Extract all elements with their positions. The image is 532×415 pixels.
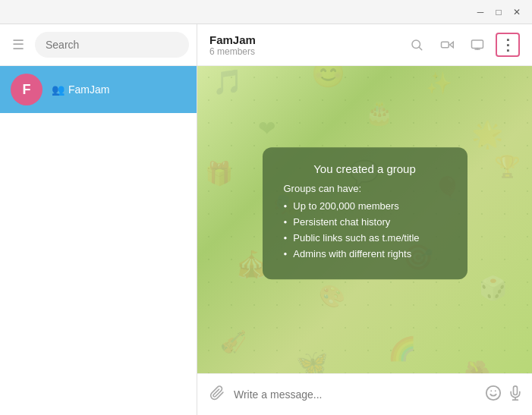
emoji-icon[interactable]	[485, 385, 502, 405]
group-icon: 👥	[52, 83, 65, 96]
chat-header-icons: ⋮	[405, 33, 520, 57]
chat-header-info: FamJam 6 members	[209, 33, 256, 57]
svg-text:🌈: 🌈	[388, 335, 417, 363]
list-item: Persistent chat history	[284, 216, 446, 228]
chat-name-label: FamJam	[68, 83, 109, 96]
sidebar-header: ☰	[0, 24, 197, 66]
group-created-title: You created a group	[284, 162, 446, 175]
svg-marker-3	[450, 42, 454, 48]
groups-can-have-label: Groups can have:	[284, 183, 446, 194]
svg-point-26	[486, 385, 500, 399]
attach-icon[interactable]	[206, 382, 228, 407]
svg-text:🎲: 🎲	[479, 275, 508, 302]
group-features-list: Up to 200,000 members Persistent chat hi…	[284, 200, 446, 259]
svg-text:✨: ✨	[426, 70, 453, 96]
search-input[interactable]	[35, 32, 189, 58]
message-input[interactable]	[234, 388, 479, 401]
svg-text:🏆: 🏆	[494, 153, 521, 179]
svg-text:🎂: 🎂	[365, 99, 394, 127]
svg-text:🌟: 🌟	[471, 119, 504, 150]
list-item: Up to 200,000 members	[284, 200, 446, 212]
svg-text:🎵: 🎵	[212, 68, 244, 96]
chat-panel: FamJam 6 members	[197, 24, 532, 415]
svg-text:❤: ❤	[258, 117, 275, 140]
chat-header: FamJam 6 members	[197, 24, 532, 66]
close-button[interactable]: ✕	[508, 3, 526, 21]
svg-text:😊: 😊	[311, 66, 346, 90]
svg-text:🎻: 🎻	[220, 329, 247, 354]
list-item: Public links such as t.me/title	[284, 232, 446, 244]
chat-item-info: 👥 FamJam	[52, 83, 109, 96]
app-container: ☰ F 👥 FamJam FamJam 6 members	[0, 24, 532, 415]
svg-text:🌺: 🌺	[464, 359, 491, 373]
search-icon[interactable]	[405, 33, 429, 57]
svg-line-1	[419, 47, 421, 49]
svg-rect-2	[442, 42, 449, 48]
mic-icon[interactable]	[508, 385, 523, 404]
svg-text:🎨: 🎨	[319, 283, 346, 309]
maximize-button[interactable]: □	[490, 3, 508, 21]
chat-subtitle: 6 members	[209, 46, 256, 57]
titlebar: ─ □ ✕	[0, 0, 532, 24]
chat-title: FamJam	[209, 33, 256, 46]
minimize-button[interactable]: ─	[471, 3, 490, 21]
avatar: F	[11, 74, 42, 105]
hamburger-icon[interactable]: ☰	[9, 33, 27, 56]
more-options-icon[interactable]: ⋮	[496, 33, 520, 57]
sidebar: ☰ F 👥 FamJam	[0, 24, 197, 415]
chat-background: 🎵 ❤ 😊 🎂 ✨ 🌟 🎁 🎭 💬 🎈 🏆 🎪 🎨 🎯 🎲 🎻	[197, 66, 532, 373]
svg-text:🎁: 🎁	[205, 160, 234, 187]
chat-item-name: 👥 FamJam	[52, 83, 109, 96]
svg-text:🦋: 🦋	[296, 347, 329, 373]
chat-item-famjam[interactable]: F 👥 FamJam	[0, 66, 197, 113]
svg-point-0	[412, 40, 420, 49]
group-creation-card: You created a group Groups can have: Up …	[263, 147, 467, 279]
chat-input-bar	[197, 373, 532, 415]
chat-body: 🎵 ❤ 😊 🎂 ✨ 🌟 🎁 🎭 💬 🎈 🏆 🎪 🎨 🎯 🎲 🎻	[197, 66, 532, 373]
video-call-icon[interactable]	[435, 33, 459, 57]
svg-rect-4	[472, 40, 483, 49]
screen-share-icon[interactable]	[465, 33, 490, 57]
list-item: Admins with different rights	[284, 248, 446, 259]
